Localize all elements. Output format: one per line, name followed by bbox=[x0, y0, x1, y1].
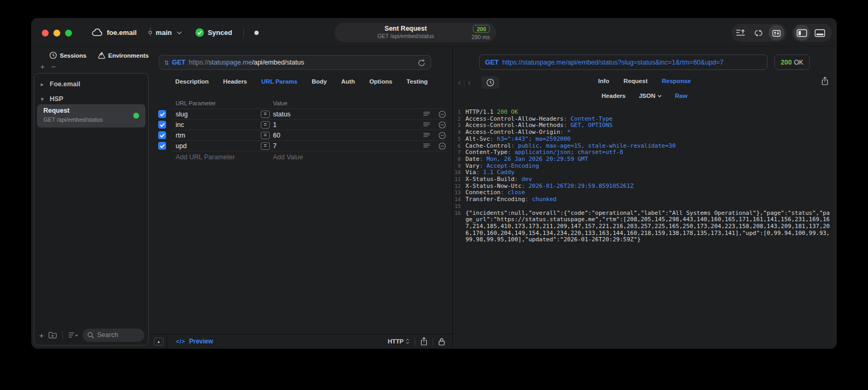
param-checkbox[interactable] bbox=[158, 142, 166, 150]
drag-handle-icon[interactable] bbox=[423, 122, 430, 128]
param-name-cell[interactable]: slug bbox=[172, 111, 261, 118]
new-folder-icon[interactable] bbox=[48, 331, 57, 339]
drag-handle-icon[interactable] bbox=[423, 143, 430, 149]
preview-button[interactable]: </> Preview bbox=[176, 338, 213, 345]
remove-row-icon[interactable] bbox=[438, 132, 446, 139]
send-request-icon[interactable] bbox=[732, 24, 750, 42]
commit-branch-icon bbox=[148, 28, 153, 37]
link-sync-icon[interactable] bbox=[750, 24, 768, 42]
protocol-label: HTTP bbox=[388, 338, 404, 344]
response-url-field[interactable]: GET https://statuspage.me/api/embed/stat… bbox=[479, 55, 768, 70]
url-path: /api/embed/status bbox=[252, 59, 304, 66]
project-name[interactable]: foe.email bbox=[107, 29, 136, 37]
request-method[interactable]: GET bbox=[172, 59, 186, 66]
tab-url-params[interactable]: URL Params bbox=[261, 78, 297, 85]
minus-circle-icon bbox=[438, 142, 446, 150]
app-window: foe.email main Synced Sent Re bbox=[32, 19, 836, 348]
param-checkbox[interactable] bbox=[158, 121, 166, 129]
close-window-button[interactable] bbox=[42, 30, 49, 37]
tree-item-hsp[interactable]: ▾ HSP bbox=[41, 93, 143, 105]
new-request-button[interactable]: + bbox=[39, 331, 44, 339]
view-tab-headers[interactable]: Headers bbox=[601, 93, 625, 99]
protocol-selector[interactable]: HTTP bbox=[388, 338, 409, 344]
equals-value-type-icon[interactable]: = bbox=[261, 111, 270, 118]
add-request-button[interactable]: + bbox=[40, 62, 45, 70]
share-icon[interactable] bbox=[421, 337, 427, 346]
chevron-right-icon: ▸ bbox=[41, 81, 45, 88]
remove-request-button[interactable]: − bbox=[51, 62, 56, 70]
param-name-cell[interactable]: inc bbox=[172, 121, 261, 129]
equals-value-type-icon[interactable]: = bbox=[261, 121, 270, 129]
param-value-cell[interactable]: status bbox=[273, 111, 423, 118]
request-list-item-selected[interactable]: Request GET /api/embed/status bbox=[37, 104, 145, 128]
branch-selector[interactable]: main bbox=[148, 28, 181, 37]
request-editor-panel: GET https://statuspage.me/api/embed/stat… bbox=[151, 47, 452, 348]
response-code-text: Vary: Accept-Encoding bbox=[465, 163, 836, 170]
tab-options[interactable]: Options bbox=[369, 78, 392, 85]
lock-icon[interactable] bbox=[438, 338, 445, 346]
tab-response[interactable]: Response bbox=[662, 78, 691, 84]
response-status-button[interactable]: 200 OK bbox=[774, 55, 810, 70]
reload-icon[interactable] bbox=[418, 59, 425, 67]
preview-label: Preview bbox=[189, 338, 213, 345]
toggle-bottom-panel-icon[interactable] bbox=[811, 24, 829, 42]
sort-list-icon[interactable] bbox=[68, 332, 78, 338]
drag-lines-icon bbox=[423, 112, 430, 117]
toggle-sidebar-icon[interactable] bbox=[794, 25, 810, 41]
view-tab-json[interactable]: JSON bbox=[639, 93, 662, 99]
line-number: 6 bbox=[453, 143, 465, 150]
line-number: 15 bbox=[453, 203, 465, 210]
remove-row-icon[interactable] bbox=[438, 121, 446, 129]
tab-headers[interactable]: Headers bbox=[223, 78, 247, 85]
updown-chevrons-icon bbox=[406, 339, 409, 344]
response-status-code: 200 bbox=[781, 59, 792, 66]
export-response-icon[interactable] bbox=[821, 77, 828, 85]
drag-handle-icon[interactable] bbox=[423, 112, 430, 117]
add-value-cell[interactable]: Add Value bbox=[273, 153, 303, 161]
param-rows: slug=statusinc=1rtm=60upd=7 bbox=[151, 109, 452, 151]
param-checkbox[interactable] bbox=[158, 110, 166, 118]
equals-value-type-icon[interactable]: = bbox=[261, 132, 270, 139]
param-value-cell[interactable]: 60 bbox=[273, 132, 423, 139]
remove-row-icon[interactable] bbox=[438, 142, 446, 150]
tab-auth[interactable]: Auth bbox=[341, 78, 355, 85]
unsaved-changes-dot bbox=[254, 31, 259, 35]
tab-body[interactable]: Body bbox=[312, 78, 327, 85]
drag-handle-icon[interactable] bbox=[423, 133, 430, 138]
tab-testing[interactable]: Testing bbox=[407, 78, 428, 85]
search-input[interactable] bbox=[97, 331, 140, 339]
param-row: slug=status bbox=[151, 109, 452, 120]
param-checkbox[interactable] bbox=[158, 131, 166, 139]
param-value-cell[interactable]: 1 bbox=[273, 121, 423, 129]
tab-description[interactable]: Description bbox=[175, 78, 208, 85]
environments-icon bbox=[97, 51, 106, 59]
param-name-cell[interactable]: upd bbox=[172, 142, 261, 150]
collapse-panel-button[interactable]: ▲ bbox=[151, 334, 167, 349]
line-number: 16 bbox=[453, 210, 465, 217]
add-url-parameter-cell[interactable]: Add URL Parameter bbox=[172, 153, 273, 161]
tree-label: HSP bbox=[50, 95, 63, 103]
import-export-icon[interactable] bbox=[769, 25, 784, 41]
search-box[interactable] bbox=[83, 329, 144, 342]
view-tab-raw[interactable]: Raw bbox=[675, 93, 688, 99]
tab-environments[interactable]: Environments bbox=[97, 51, 149, 59]
response-method: GET bbox=[485, 59, 499, 66]
tab-info[interactable]: Info bbox=[598, 78, 609, 84]
request-url-bar[interactable]: GET https://statuspage.me/api/embed/stat… bbox=[159, 55, 431, 70]
zoom-window-button[interactable] bbox=[65, 30, 72, 37]
equals-value-type-icon[interactable]: = bbox=[261, 142, 270, 150]
tab-sessions[interactable]: Sessions bbox=[49, 51, 87, 59]
sync-status[interactable]: Synced bbox=[195, 28, 232, 37]
line-number: 3 bbox=[453, 122, 465, 129]
tree-item-foe-email[interactable]: ▸ Foe.email bbox=[41, 78, 143, 90]
minimize-window-button[interactable] bbox=[53, 30, 60, 37]
sidebar: Sessions Environments + − ▸ Foe.email ▾ … bbox=[32, 47, 151, 348]
traffic-lights bbox=[42, 30, 72, 37]
param-value-cell[interactable]: 7 bbox=[273, 142, 423, 150]
tab-request[interactable]: Request bbox=[624, 78, 647, 84]
sent-request-pill[interactable]: Sent Request GET /api/embed/status 200 2… bbox=[334, 23, 496, 42]
line-number: 13 bbox=[453, 189, 465, 196]
method-updown-icon[interactable] bbox=[165, 60, 169, 66]
remove-row-icon[interactable] bbox=[438, 111, 446, 118]
param-name-cell[interactable]: rtm bbox=[172, 132, 261, 139]
